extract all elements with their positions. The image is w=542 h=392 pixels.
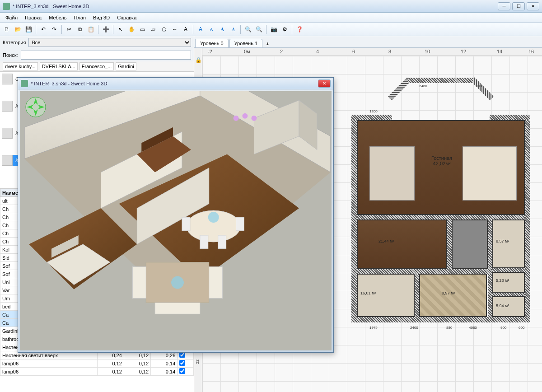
dimension-tool-icon[interactable]: ↔: [170, 24, 180, 34]
svg-point-30: [242, 113, 248, 119]
room-tool-icon[interactable]: ▱: [148, 24, 158, 34]
save-icon[interactable]: 💾: [23, 24, 33, 34]
tab-level-0[interactable]: Уровень 0: [195, 39, 229, 47]
svg-point-24: [171, 276, 184, 289]
close-button[interactable]: ✕: [527, 2, 539, 10]
select-tool-icon[interactable]: ↖: [116, 24, 126, 34]
svg-rect-17: [200, 235, 208, 249]
floor-plan-drawing[interactable]: Гостиная 42,02м² 21,44 м² 8,57 м²: [351, 88, 530, 322]
category-select[interactable]: Все: [28, 38, 191, 47]
preferences-icon[interactable]: ⚙: [280, 24, 290, 34]
menubar: Файл Правка Мебель План Вид 3D Справка: [0, 13, 542, 23]
svg-rect-23: [155, 303, 200, 314]
italic-icon[interactable]: 𝐴: [228, 24, 238, 34]
room-a4: [419, 274, 487, 317]
3d-viewport[interactable]: [20, 91, 332, 350]
table-row[interactable]: lamp060,120,120,14: [0, 359, 194, 368]
svg-rect-18: [218, 235, 226, 249]
ruler-horizontal: -2 0м 2 4 6 8 10 12 14 16: [194, 48, 542, 56]
furniture-tab[interactable]: DVERI SKLA...: [40, 62, 78, 70]
cut-icon[interactable]: ✂: [64, 24, 74, 34]
room-living-label: Гостиная 42,02м²: [419, 155, 464, 166]
toolbar: 🗋 📂 💾 ↶ ↷ ✂ ⧉ 📋 ➕ ↖ ✋ ▭ ▱ ⬠ ↔ A A A 𝐀 𝐴 …: [0, 23, 542, 36]
lock-icon[interactable]: 🔒: [195, 57, 202, 63]
category-label: Категория: [3, 40, 26, 45]
menu-help[interactable]: Справка: [113, 14, 140, 22]
add-level-button[interactable]: +: [263, 40, 271, 47]
room-a2: [492, 219, 525, 268]
app-icon: [3, 3, 10, 10]
zoom-in-icon[interactable]: 🔍: [243, 24, 253, 34]
furniture-tab[interactable]: dvere kuchy...: [3, 62, 38, 70]
camera-icon[interactable]: 📷: [269, 24, 279, 34]
open-icon[interactable]: 📂: [13, 24, 23, 34]
app-title: * INTER_3.sh3d - Sweet Home 3D: [13, 4, 498, 9]
text-size-minus-icon[interactable]: A: [206, 24, 216, 34]
undo-icon[interactable]: ↶: [38, 24, 48, 34]
search-input[interactable]: [21, 51, 191, 60]
minimize-button[interactable]: ─: [498, 2, 510, 10]
paste-icon[interactable]: 📋: [86, 24, 96, 34]
furniture-tabs: dvere kuchy... DVERI SKLA... Francesco_.…: [0, 61, 194, 71]
room-a1: [357, 219, 447, 269]
furniture-tab[interactable]: Francesco_...: [79, 62, 114, 70]
svg-rect-16: [236, 217, 244, 231]
search-label: Поиск:: [3, 52, 18, 58]
polyline-tool-icon[interactable]: ⬠: [159, 24, 169, 34]
copy-icon[interactable]: ⧉: [75, 24, 85, 34]
menu-plan[interactable]: План: [70, 14, 90, 22]
text-tool-icon[interactable]: A: [181, 24, 191, 34]
bold-icon[interactable]: 𝐀: [217, 24, 227, 34]
add-furniture-icon[interactable]: ➕: [101, 24, 111, 34]
sofa-set[interactable]: [463, 146, 517, 201]
tab-level-1[interactable]: Уровень 1: [229, 39, 263, 47]
svg-rect-22: [209, 267, 223, 299]
3d-view-window[interactable]: * INTER_3.sh3d - Sweet Home 3D ✕: [18, 77, 334, 353]
stairwell: [452, 219, 488, 269]
svg-rect-21: [132, 267, 146, 299]
room-a5: [357, 274, 415, 317]
wall-tool-icon[interactable]: ▭: [137, 24, 147, 34]
help-icon[interactable]: ❓: [294, 24, 304, 34]
menu-furniture[interactable]: Мебель: [45, 14, 70, 22]
table-row[interactable]: lamp060,120,120,14: [0, 368, 194, 376]
compass-icon[interactable]: [24, 96, 47, 118]
app-titlebar: * INTER_3.sh3d - Sweet Home 3D ─ ☐ ✕: [0, 0, 542, 13]
redo-icon[interactable]: ↷: [49, 24, 59, 34]
app-icon: [21, 80, 28, 87]
svg-point-29: [234, 116, 239, 121]
3d-window-title: * INTER_3.sh3d - Sweet Home 3D: [31, 81, 318, 86]
svg-point-19: [208, 212, 219, 223]
text-size-plus-icon[interactable]: A: [196, 24, 206, 34]
svg-rect-15: [182, 217, 190, 231]
new-icon[interactable]: 🗋: [2, 24, 12, 34]
svg-point-31: [251, 116, 257, 121]
menu-edit[interactable]: Правка: [21, 14, 45, 22]
menu-file[interactable]: Файл: [2, 14, 21, 22]
zoom-out-icon[interactable]: 🔍: [254, 24, 264, 34]
3d-scene: [20, 91, 332, 350]
pan-tool-icon[interactable]: ✋: [126, 24, 136, 34]
3d-close-button[interactable]: ✕: [318, 79, 331, 88]
menu-3dview[interactable]: Вид 3D: [89, 14, 113, 22]
furniture-tab[interactable]: Gardini: [116, 62, 136, 70]
maximize-button[interactable]: ☐: [512, 2, 525, 10]
dining-set[interactable]: [369, 146, 415, 201]
